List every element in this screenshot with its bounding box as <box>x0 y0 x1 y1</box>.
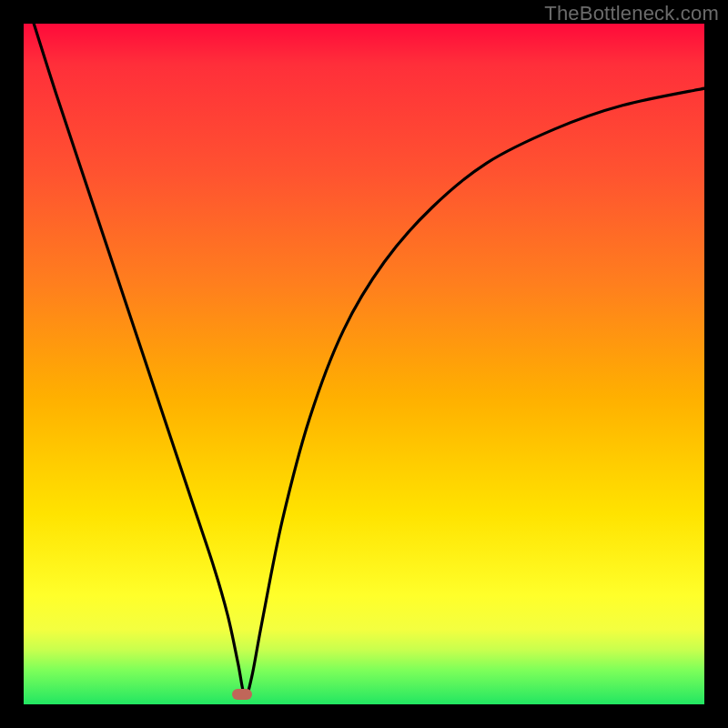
chart-svg <box>24 24 704 704</box>
bottleneck-curve <box>34 24 704 696</box>
bottleneck-marker <box>232 689 252 700</box>
watermark-text: TheBottleneck.com <box>544 2 719 25</box>
chart-frame: TheBottleneck.com <box>0 0 728 728</box>
chart-plot-area <box>24 24 704 704</box>
